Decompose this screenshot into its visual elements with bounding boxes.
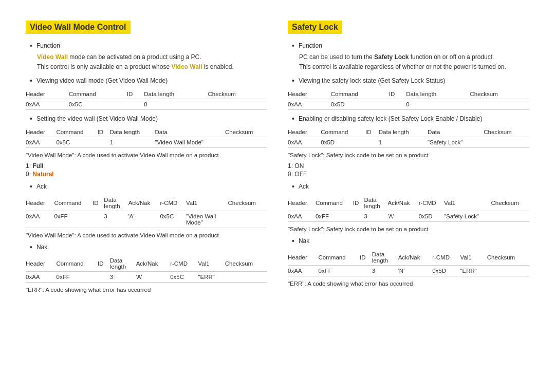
right-ack-bullet: • Ack xyxy=(292,182,529,191)
cell-header: 0xAA xyxy=(288,99,331,110)
right-function-line2: This control is available regardless of … xyxy=(299,62,529,72)
right-function-bullet: • Function xyxy=(292,41,529,50)
bullet-dot3: • xyxy=(30,115,32,123)
cell-val1: "ERR" xyxy=(198,272,225,283)
cell-acknak: 'A' xyxy=(387,211,418,222)
bullet-dot2: • xyxy=(30,77,32,85)
col-header: Ack/Nak xyxy=(128,195,160,211)
col-header: ID xyxy=(127,89,144,99)
right-err-note: "ERR": A code showing what error has occ… xyxy=(288,281,529,287)
table-row: 0xAA 0x5D 1 "Safety Lock" xyxy=(288,137,529,148)
col-header: Checksum xyxy=(225,127,267,137)
right-function-line1-pre: PC can be used to turn the xyxy=(299,53,374,61)
col-header: Command xyxy=(54,195,92,211)
left-nak-label: Nak xyxy=(36,242,47,252)
left-val1-label: 1: xyxy=(26,162,31,170)
cell-acknak: 'N' xyxy=(398,266,433,276)
cell-acknak: 'A' xyxy=(136,272,171,283)
col-header: Command xyxy=(316,195,353,211)
cell-val1: "ERR" xyxy=(460,266,487,276)
col-header: Header xyxy=(288,89,331,99)
left-ack-section: • Ack Header Command ID Data length Ack/… xyxy=(26,182,267,228)
left-ack-label: Ack xyxy=(36,182,47,191)
right-note1: "Safety Lock": Safety lock code to be se… xyxy=(288,152,529,158)
right-function-text: PC can be used to turn the Safety Lock f… xyxy=(299,52,529,72)
col-header: Header xyxy=(288,195,316,211)
cell-datalength: 3 xyxy=(110,272,136,283)
cell-checksum xyxy=(491,211,530,222)
col-header: Ack/Nak xyxy=(387,195,418,211)
cell-datalength: 1 xyxy=(379,137,428,148)
cell-checksum xyxy=(470,99,529,110)
bullet-dot-r3: • xyxy=(292,115,294,123)
col-header: Val1 xyxy=(186,195,228,211)
left-val1: 1: Full xyxy=(26,162,267,170)
cell-header: 0xAA xyxy=(288,211,316,222)
right-nak-bullet: • Nak xyxy=(292,236,529,246)
cell-rcmd: 0x5D xyxy=(432,266,460,276)
cell-id xyxy=(92,211,104,228)
col-header: Checksum xyxy=(208,89,267,99)
col-header: Header xyxy=(26,256,57,272)
right-ack-table: Header Command ID Data length Ack/Nak r-… xyxy=(288,195,529,222)
left-function-line2: This control is only available on a prod… xyxy=(37,62,267,72)
cell-datalength: 0 xyxy=(144,99,208,110)
cell-checksum xyxy=(228,211,267,228)
col-header: ID xyxy=(353,195,364,211)
col-header: Checksum xyxy=(491,195,530,211)
col-header: Data xyxy=(155,127,225,137)
right-val0-value: OFF xyxy=(294,171,307,178)
col-header: ID xyxy=(360,250,372,266)
cell-checksum xyxy=(487,266,529,276)
right-set-table: Header Command ID Data length Data Check… xyxy=(288,127,529,148)
col-header: r-CMD xyxy=(432,250,460,266)
col-header: Val1 xyxy=(198,256,225,272)
right-safetylock-highlight: Safety Lock xyxy=(374,53,409,61)
col-header: Ack/Nak xyxy=(398,250,433,266)
bullet-dot: • xyxy=(30,42,32,50)
cell-command: 0xFF xyxy=(54,211,92,228)
right-val1-value: ON xyxy=(294,162,304,170)
right-set-section: • Enabling or disabling safety lock (Set… xyxy=(288,114,529,148)
right-nak-section: • Nak Header Command ID Data length Ack/… xyxy=(288,236,529,276)
left-section-title: Video Wall Mode Control xyxy=(26,21,131,34)
table-row: 0xAA 0xFF 3 'A' 0x5D "Safety Lock" xyxy=(288,211,529,222)
left-val1-value: Full xyxy=(32,162,43,170)
col-header: Header xyxy=(26,195,54,211)
col-header: Checksum xyxy=(225,256,267,272)
cell-checksum xyxy=(225,272,267,283)
cell-rcmd: 0x5C xyxy=(170,272,198,283)
left-ack-table: Header Command ID Data length Ack/Nak r-… xyxy=(26,195,267,228)
left-val0: 0: Natural xyxy=(26,171,267,178)
cell-id xyxy=(127,99,144,110)
bullet-dot5: • xyxy=(30,243,32,251)
right-get-label: Viewing the safety lock state (Get Safet… xyxy=(299,76,445,85)
right-function-label: Function xyxy=(299,41,322,50)
col-header: r-CMD xyxy=(419,195,444,211)
left-err-note: "ERR": A code showing what error has occ… xyxy=(26,287,267,293)
col-header: Checksum xyxy=(470,89,529,99)
cell-val1: "Safety Lock" xyxy=(444,211,491,222)
cell-header: 0xAA xyxy=(26,211,54,228)
cell-header: 0xAA xyxy=(288,266,319,276)
left-set-bullet: • Setting the video wall (Set Video Wall… xyxy=(30,114,267,123)
col-header: Command xyxy=(319,250,360,266)
col-header: Ack/Nak xyxy=(136,256,171,272)
left-function-text: Video Wall mode can be activated on a pr… xyxy=(37,52,267,72)
cell-header: 0xAA xyxy=(288,137,321,148)
right-nak-table: Header Command ID Data length Ack/Nak r-… xyxy=(288,250,529,276)
left-videowall-highlight2: Video Wall xyxy=(171,63,202,70)
right-get-table: Header Command ID Data length Checksum 0… xyxy=(288,89,529,110)
col-header: ID xyxy=(98,256,110,272)
left-nak-table: Header Command ID Data length Ack/Nak r-… xyxy=(26,256,267,283)
col-header: ID xyxy=(389,89,406,99)
left-get-table: Header Command ID Data length Checksum 0… xyxy=(26,89,267,110)
right-function-line1: PC can be used to turn the Safety Lock f… xyxy=(299,52,529,62)
left-set-table: Header Command ID Data length Data Check… xyxy=(26,127,267,148)
right-nak-label: Nak xyxy=(299,236,309,246)
col-header: Data length xyxy=(109,127,155,137)
col-header: Header xyxy=(288,250,319,266)
col-header: Val1 xyxy=(444,195,491,211)
col-header: Data length xyxy=(144,89,208,99)
cell-id xyxy=(353,211,364,222)
